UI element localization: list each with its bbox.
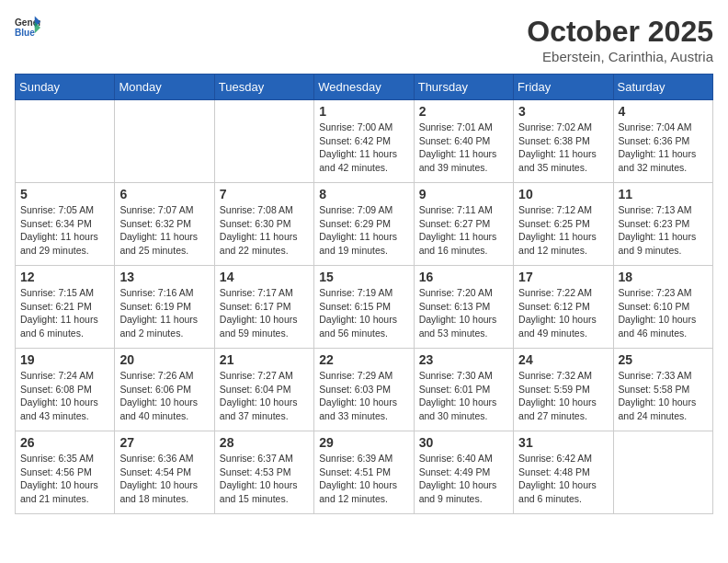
day-number: 26 — [20, 435, 109, 450]
day-info: Sunrise: 6:42 AM Sunset: 4:48 PM Dayligh… — [518, 452, 608, 506]
day-number: 15 — [319, 270, 408, 284]
day-number: 29 — [319, 435, 408, 450]
day-info: Sunrise: 7:16 AM Sunset: 6:19 PM Dayligh… — [119, 286, 209, 340]
day-number: 5 — [20, 187, 109, 201]
calendar-cell: 21Sunrise: 7:27 AM Sunset: 6:04 PM Dayli… — [214, 349, 313, 431]
calendar-cell: 6Sunrise: 7:07 AM Sunset: 6:32 PM Daylig… — [115, 183, 214, 266]
day-info: Sunrise: 6:35 AM Sunset: 4:56 PM Dayligh… — [20, 452, 109, 506]
week-row-3: 12Sunrise: 7:15 AM Sunset: 6:21 PM Dayli… — [16, 266, 713, 349]
day-info: Sunrise: 7:00 AM Sunset: 6:42 PM Dayligh… — [319, 121, 408, 175]
location: Eberstein, Carinthia, Austria — [527, 49, 713, 64]
calendar: SundayMondayTuesdayWednesdayThursdayFrid… — [15, 74, 713, 514]
calendar-cell: 15Sunrise: 7:19 AM Sunset: 6:15 PM Dayli… — [314, 266, 414, 349]
day-number: 22 — [319, 352, 408, 367]
day-info: Sunrise: 7:20 AM Sunset: 6:13 PM Dayligh… — [419, 286, 508, 340]
calendar-cell: 4Sunrise: 7:04 AM Sunset: 6:36 PM Daylig… — [613, 100, 712, 183]
calendar-cell: 1Sunrise: 7:00 AM Sunset: 6:42 PM Daylig… — [314, 100, 414, 183]
calendar-cell — [16, 100, 115, 183]
calendar-cell: 9Sunrise: 7:11 AM Sunset: 6:27 PM Daylig… — [414, 183, 513, 266]
calendar-cell: 11Sunrise: 7:13 AM Sunset: 6:23 PM Dayli… — [613, 183, 712, 266]
calendar-cell: 12Sunrise: 7:15 AM Sunset: 6:21 PM Dayli… — [16, 266, 115, 349]
day-number: 31 — [518, 435, 608, 450]
day-info: Sunrise: 7:11 AM Sunset: 6:27 PM Dayligh… — [419, 203, 508, 258]
day-info: Sunrise: 7:05 AM Sunset: 6:34 PM Dayligh… — [20, 203, 109, 258]
calendar-cell: 13Sunrise: 7:16 AM Sunset: 6:19 PM Dayli… — [115, 266, 214, 349]
day-info: Sunrise: 7:26 AM Sunset: 6:06 PM Dayligh… — [119, 369, 209, 423]
calendar-cell: 7Sunrise: 7:08 AM Sunset: 6:30 PM Daylig… — [214, 183, 313, 266]
day-number: 16 — [419, 270, 508, 284]
calendar-cell: 20Sunrise: 7:26 AM Sunset: 6:06 PM Dayli… — [115, 349, 214, 431]
calendar-cell — [613, 431, 712, 514]
calendar-cell: 26Sunrise: 6:35 AM Sunset: 4:56 PM Dayli… — [16, 431, 115, 514]
calendar-cell: 28Sunrise: 6:37 AM Sunset: 4:53 PM Dayli… — [214, 431, 313, 514]
day-number: 18 — [619, 270, 708, 284]
calendar-cell: 25Sunrise: 7:33 AM Sunset: 5:58 PM Dayli… — [613, 349, 712, 431]
calendar-cell — [214, 100, 313, 183]
col-header-wednesday: Wednesday — [314, 75, 414, 100]
day-number: 13 — [119, 270, 209, 284]
calendar-cell: 27Sunrise: 6:36 AM Sunset: 4:54 PM Dayli… — [115, 431, 214, 514]
day-info: Sunrise: 7:19 AM Sunset: 6:15 PM Dayligh… — [319, 286, 408, 340]
day-number: 24 — [518, 352, 608, 367]
day-number: 6 — [119, 187, 209, 201]
title-area: October 2025 Eberstein, Carinthia, Austr… — [527, 15, 713, 64]
day-number: 11 — [619, 187, 708, 201]
day-number: 7 — [220, 187, 309, 201]
day-info: Sunrise: 7:12 AM Sunset: 6:25 PM Dayligh… — [518, 203, 608, 258]
day-number: 9 — [419, 187, 508, 201]
calendar-cell: 29Sunrise: 6:39 AM Sunset: 4:51 PM Dayli… — [314, 431, 414, 514]
day-info: Sunrise: 7:13 AM Sunset: 6:23 PM Dayligh… — [619, 203, 708, 258]
day-info: Sunrise: 7:01 AM Sunset: 6:40 PM Dayligh… — [419, 121, 508, 175]
day-info: Sunrise: 7:23 AM Sunset: 6:10 PM Dayligh… — [619, 286, 708, 340]
calendar-cell — [115, 100, 214, 183]
day-info: Sunrise: 7:08 AM Sunset: 6:30 PM Dayligh… — [220, 203, 309, 258]
day-info: Sunrise: 7:33 AM Sunset: 5:58 PM Dayligh… — [619, 369, 708, 423]
day-info: Sunrise: 7:15 AM Sunset: 6:21 PM Dayligh… — [20, 286, 109, 340]
logo: General Blue — [15, 15, 40, 40]
col-header-monday: Monday — [115, 75, 214, 100]
logo-icon: General Blue — [15, 15, 40, 40]
day-info: Sunrise: 7:24 AM Sunset: 6:08 PM Dayligh… — [20, 369, 109, 423]
day-info: Sunrise: 7:22 AM Sunset: 6:12 PM Dayligh… — [518, 286, 608, 340]
day-info: Sunrise: 7:32 AM Sunset: 5:59 PM Dayligh… — [518, 369, 608, 423]
day-info: Sunrise: 7:04 AM Sunset: 6:36 PM Dayligh… — [619, 121, 708, 175]
col-header-saturday: Saturday — [613, 75, 712, 100]
month-title: October 2025 — [527, 15, 713, 49]
day-number: 25 — [619, 352, 708, 367]
day-info: Sunrise: 7:30 AM Sunset: 6:01 PM Dayligh… — [419, 369, 508, 423]
calendar-cell: 5Sunrise: 7:05 AM Sunset: 6:34 PM Daylig… — [16, 183, 115, 266]
calendar-cell: 19Sunrise: 7:24 AM Sunset: 6:08 PM Dayli… — [16, 349, 115, 431]
calendar-cell: 24Sunrise: 7:32 AM Sunset: 5:59 PM Dayli… — [514, 349, 613, 431]
day-number: 30 — [419, 435, 508, 450]
day-info: Sunrise: 7:17 AM Sunset: 6:17 PM Dayligh… — [220, 286, 309, 340]
day-number: 27 — [119, 435, 209, 450]
col-header-thursday: Thursday — [414, 75, 513, 100]
day-info: Sunrise: 7:27 AM Sunset: 6:04 PM Dayligh… — [220, 369, 309, 423]
day-info: Sunrise: 7:02 AM Sunset: 6:38 PM Dayligh… — [518, 121, 608, 175]
day-number: 23 — [419, 352, 508, 367]
day-info: Sunrise: 7:09 AM Sunset: 6:29 PM Dayligh… — [319, 203, 408, 258]
day-number: 12 — [20, 270, 109, 284]
col-header-sunday: Sunday — [16, 75, 115, 100]
calendar-cell: 2Sunrise: 7:01 AM Sunset: 6:40 PM Daylig… — [414, 100, 513, 183]
col-header-friday: Friday — [514, 75, 613, 100]
calendar-cell: 16Sunrise: 7:20 AM Sunset: 6:13 PM Dayli… — [414, 266, 513, 349]
col-header-tuesday: Tuesday — [214, 75, 313, 100]
week-row-2: 5Sunrise: 7:05 AM Sunset: 6:34 PM Daylig… — [16, 183, 713, 266]
week-row-5: 26Sunrise: 6:35 AM Sunset: 4:56 PM Dayli… — [16, 431, 713, 514]
calendar-header-row: SundayMondayTuesdayWednesdayThursdayFrid… — [16, 75, 713, 100]
day-number: 2 — [419, 104, 508, 119]
calendar-cell: 31Sunrise: 6:42 AM Sunset: 4:48 PM Dayli… — [514, 431, 613, 514]
calendar-cell: 14Sunrise: 7:17 AM Sunset: 6:17 PM Dayli… — [214, 266, 313, 349]
calendar-cell: 17Sunrise: 7:22 AM Sunset: 6:12 PM Dayli… — [514, 266, 613, 349]
calendar-cell: 8Sunrise: 7:09 AM Sunset: 6:29 PM Daylig… — [314, 183, 414, 266]
day-number: 8 — [319, 187, 408, 201]
calendar-cell: 18Sunrise: 7:23 AM Sunset: 6:10 PM Dayli… — [613, 266, 712, 349]
day-number: 17 — [518, 270, 608, 284]
day-info: Sunrise: 6:40 AM Sunset: 4:49 PM Dayligh… — [419, 452, 508, 506]
day-number: 10 — [518, 187, 608, 201]
page-header: General Blue October 2025 Eberstein, Car… — [15, 15, 713, 64]
svg-text:Blue: Blue — [15, 28, 35, 38]
calendar-cell: 22Sunrise: 7:29 AM Sunset: 6:03 PM Dayli… — [314, 349, 414, 431]
day-number: 1 — [319, 104, 408, 119]
